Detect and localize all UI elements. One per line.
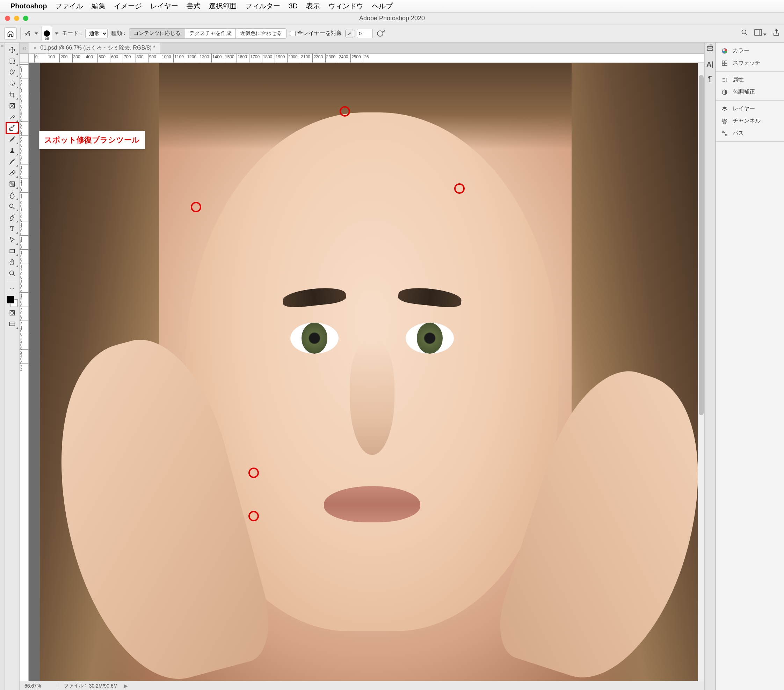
adjustments-icon — [721, 89, 728, 96]
marquee-tool[interactable] — [6, 56, 18, 66]
swatches-panel-tab[interactable]: スウォッチ — [716, 57, 784, 69]
pen-tool[interactable] — [6, 212, 18, 223]
menu-type[interactable]: 書式 — [182, 2, 205, 11]
workspace: ▸▸ ⋯ ‹‹ × 01.psd @ 66.7% (ほ — [0, 43, 784, 690]
screen-mode-icon[interactable] — [6, 319, 18, 329]
minimize-window-button[interactable] — [14, 16, 19, 21]
annotation-circle — [249, 511, 259, 521]
menu-3d[interactable]: 3D — [284, 2, 302, 10]
svg-point-11 — [10, 204, 13, 207]
angle-input[interactable] — [357, 29, 373, 38]
color-wheel-icon — [721, 48, 728, 54]
home-button[interactable] — [4, 27, 17, 40]
menu-help[interactable]: ヘルプ — [367, 2, 397, 11]
panel-stack: カラー スウォッチ 属性 色調補正 レイヤー チャンネル パス — [715, 43, 784, 690]
svg-rect-18 — [708, 49, 713, 50]
paths-panel-tab[interactable]: パス — [716, 127, 784, 139]
brush-preset-picker[interactable]: 59 — [41, 26, 58, 41]
menu-edit[interactable]: 編集 — [87, 2, 110, 11]
pressure-size-icon[interactable] — [376, 29, 386, 38]
svg-point-1 — [26, 34, 27, 34]
type-create-texture-button[interactable]: テクスチャを作成 — [185, 28, 236, 39]
svg-rect-5 — [10, 59, 14, 63]
eyedropper-tool[interactable] — [6, 112, 18, 122]
spot-healing-brush-tool[interactable] — [6, 123, 18, 133]
menu-view[interactable]: 表示 — [302, 2, 324, 11]
svg-rect-16 — [10, 322, 15, 326]
color-swatches[interactable] — [7, 296, 18, 307]
lasso-tool[interactable] — [6, 67, 18, 77]
share-icon[interactable] — [773, 29, 780, 38]
gradient-tool[interactable] — [6, 179, 18, 189]
collapsed-panel-dock: ◂◂ A| ¶ — [704, 43, 715, 690]
clone-stamp-tool[interactable] — [6, 145, 18, 156]
search-icon[interactable] — [741, 29, 748, 38]
paragraph-panel-icon[interactable]: ¶ — [708, 75, 712, 83]
history-brush-tool[interactable] — [6, 156, 18, 167]
tool-annotation-label: スポット修復ブラシツール — [39, 131, 145, 149]
menu-layer[interactable]: レイヤー — [146, 2, 182, 11]
move-tool[interactable] — [6, 45, 18, 55]
close-tab-icon[interactable]: × — [33, 45, 37, 51]
properties-icon — [721, 76, 728, 84]
edit-toolbar-icon[interactable]: ⋯ — [6, 283, 18, 294]
swatches-icon — [721, 60, 728, 67]
mode-label: モード : — [62, 30, 82, 37]
tool-preset-picker[interactable] — [24, 30, 38, 37]
channels-panel-tab[interactable]: チャンネル — [716, 115, 784, 127]
frame-tool[interactable] — [6, 100, 18, 111]
blend-mode-select[interactable]: 通常 — [85, 29, 108, 38]
menu-window[interactable]: ウィンドウ — [324, 2, 367, 11]
adjustments-panel-tab[interactable]: 色調補正 — [716, 86, 784, 98]
character-panel-icon[interactable]: A| — [707, 61, 713, 69]
layers-panel-tab[interactable]: レイヤー — [716, 103, 784, 115]
document-tab[interactable]: × 01.psd @ 66.7% (ほくろ・シミ除去, RGB/8) * — [30, 43, 160, 53]
quick-select-tool[interactable] — [6, 78, 18, 89]
zoom-window-button[interactable] — [23, 16, 28, 21]
rectangle-tool[interactable] — [6, 246, 18, 256]
vertical-ruler[interactable]: 0100200300400500600700800900100011001200… — [20, 63, 29, 681]
svg-point-25 — [726, 80, 727, 82]
tools-panel: ⋯ — [5, 43, 20, 690]
canvas[interactable]: スポット修復ブラシツール — [29, 63, 704, 681]
history-panel-icon[interactable] — [707, 45, 713, 54]
close-window-button[interactable] — [5, 16, 10, 21]
color-panel-tab[interactable]: カラー — [716, 45, 784, 57]
image-content — [40, 63, 704, 681]
horizontal-ruler[interactable]: 0100200300400500600700800900100011001200… — [20, 54, 704, 63]
app-menu[interactable]: Photoshop — [10, 2, 47, 10]
menu-image[interactable]: イメージ — [110, 2, 146, 11]
menu-file[interactable]: ファイル — [51, 2, 87, 11]
brush-size-value: 59 — [45, 36, 49, 41]
blur-tool[interactable] — [6, 190, 18, 200]
crop-tool[interactable] — [6, 89, 18, 100]
eraser-tool[interactable] — [6, 168, 18, 178]
vertical-scrollbar[interactable] — [698, 63, 704, 681]
brush-preview-dot — [44, 30, 50, 37]
document-tab-label: 01.psd @ 66.7% (ほくろ・シミ除去, RGB/8) * — [40, 44, 155, 52]
toolbar-dock-strip[interactable]: ▸▸ — [0, 43, 5, 690]
hand-tool[interactable] — [6, 257, 18, 268]
window-title: Adobe Photoshop 2020 — [359, 15, 425, 22]
zoom-level[interactable]: 66.67% — [20, 683, 58, 688]
path-select-tool[interactable] — [6, 235, 18, 245]
channels-icon — [721, 118, 728, 125]
tab-scroll-left-icon[interactable]: ‹‹ — [20, 45, 30, 51]
svg-rect-17 — [708, 46, 713, 48]
type-proximity-match-button[interactable]: 近似色に合わせる — [236, 28, 287, 39]
brush-tool[interactable] — [6, 134, 18, 145]
type-content-aware-button[interactable]: コンテンツに応じる — [129, 28, 185, 39]
dodge-tool[interactable] — [6, 201, 18, 212]
type-tool[interactable] — [6, 223, 18, 234]
menu-filter[interactable]: フィルター — [241, 2, 284, 11]
document-info[interactable]: ファイル :30.2M/90.6M▶ — [58, 683, 128, 689]
angle-icon[interactable] — [346, 30, 353, 37]
sample-all-layers-checkbox[interactable]: 全レイヤーを対象 — [290, 30, 342, 37]
properties-panel-tab[interactable]: 属性 — [716, 74, 784, 86]
type-label: 種類 : — [111, 30, 125, 37]
svg-point-13 — [10, 271, 14, 275]
quick-mask-icon[interactable] — [6, 308, 18, 318]
workspace-switcher-icon[interactable] — [754, 30, 766, 37]
zoom-tool[interactable] — [6, 268, 18, 279]
menu-select[interactable]: 選択範囲 — [205, 2, 241, 11]
